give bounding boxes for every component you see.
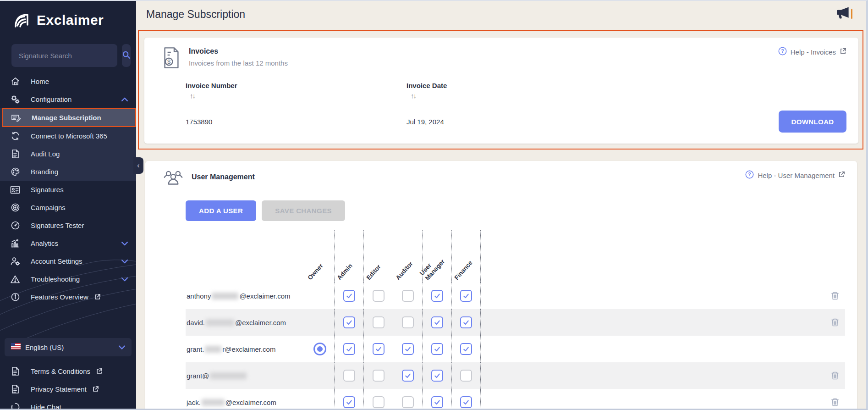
- owner-radio-selected[interactable]: [313, 343, 326, 355]
- add-user-button[interactable]: ADD A USER: [186, 200, 256, 221]
- trash-icon[interactable]: [830, 291, 840, 301]
- sidebar-item-configuration[interactable]: Configuration: [0, 90, 136, 108]
- document-icon: [10, 149, 20, 159]
- exclaimer-logo-icon: [13, 11, 31, 29]
- role-checkbox-unchecked[interactable]: [460, 370, 472, 382]
- sidebar: Exclaimer HomeConfigurationManage Subscr…: [0, 0, 136, 410]
- sidebar-item-audit-log[interactable]: Audit Log: [0, 145, 136, 163]
- help-user-management-link[interactable]: ? Help - User Management: [745, 170, 845, 181]
- role-cell: [363, 309, 393, 336]
- language-selector[interactable]: English (US): [5, 338, 132, 356]
- page-header: Manage Subscription: [136, 1, 866, 28]
- role-checkbox-checked[interactable]: [431, 343, 443, 355]
- delete-user-cell: [825, 309, 845, 336]
- role-checkbox-unchecked[interactable]: [402, 316, 414, 328]
- sidebar-item-branding[interactable]: Branding: [0, 163, 136, 181]
- role-checkbox-checked[interactable]: [431, 316, 443, 328]
- role-column-label: Finance: [453, 255, 478, 282]
- role-checkbox-checked[interactable]: [460, 290, 472, 302]
- chevron-down-icon: [121, 259, 128, 263]
- role-cell: [334, 283, 363, 309]
- external-link-icon: [838, 171, 845, 180]
- role-column-finance: Finance: [451, 230, 481, 283]
- invoice-column-header: Invoice Number↑↓: [186, 82, 407, 100]
- sidebar-item-signatures[interactable]: Signatures: [0, 181, 136, 199]
- role-checkbox-unchecked[interactable]: [373, 370, 385, 382]
- role-checkbox-unchecked[interactable]: [402, 290, 414, 302]
- role-cell: [305, 283, 334, 309]
- role-checkbox-checked[interactable]: [373, 343, 385, 355]
- save-changes-button[interactable]: SAVE CHANGES: [262, 200, 345, 221]
- sidebar-item-signatures-tester[interactable]: Signatures Tester: [0, 216, 136, 234]
- sidebar-item-troubleshooting[interactable]: Troubleshooting: [0, 270, 136, 288]
- role-checkbox-checked[interactable]: [402, 343, 414, 355]
- app-window: Exclaimer HomeConfigurationManage Subscr…: [0, 0, 868, 410]
- user-group-icon: [163, 169, 184, 190]
- warning-icon: [10, 274, 20, 284]
- user-row: jack.@exclaimer.com: [186, 389, 845, 410]
- trash-icon[interactable]: [830, 317, 840, 327]
- role-checkbox-checked[interactable]: [431, 396, 443, 408]
- role-checkbox-unchecked[interactable]: [402, 396, 414, 408]
- search-input[interactable]: [11, 44, 117, 67]
- role-checkbox-checked[interactable]: [431, 370, 443, 382]
- question-circle-icon: ?: [778, 47, 787, 57]
- role-checkbox-checked[interactable]: [343, 316, 355, 328]
- role-checkbox-unchecked[interactable]: [373, 396, 385, 408]
- role-checkbox-unchecked[interactable]: [373, 290, 385, 302]
- sort-icon[interactable]: ↑↓: [190, 92, 407, 100]
- sidebar-item-label: Configuration: [31, 95, 71, 103]
- sidebar-item-campaigns[interactable]: Campaigns: [0, 199, 136, 216]
- chart-icon: [10, 238, 20, 249]
- search-button[interactable]: [122, 44, 131, 67]
- help-invoices-link[interactable]: ? Help - Invoices: [778, 47, 846, 57]
- user-email: grant@: [186, 372, 305, 380]
- megaphone-icon[interactable]: [835, 6, 853, 22]
- role-checkbox-checked[interactable]: [343, 343, 355, 355]
- sidebar-item-label: Hide Chat: [31, 403, 61, 410]
- sidebar-collapse-handle[interactable]: ‹: [133, 157, 143, 174]
- configuration-submenu: Manage SubscriptionConnect to Microsoft …: [0, 108, 136, 181]
- sidebar-item-features-overview[interactable]: Features Overview: [0, 288, 136, 306]
- sidebar-item-analytics[interactable]: Analytics: [0, 234, 136, 252]
- sidebar-item-privacy-statement[interactable]: Privacy Statement: [0, 380, 136, 398]
- role-cell: [334, 309, 363, 336]
- role-columns-header: OwnerAdminEditorAuditorUser ManagerFinan…: [186, 230, 845, 283]
- sidebar-item-label: Connect to Microsoft 365: [31, 132, 107, 140]
- trash-icon[interactable]: [830, 371, 840, 381]
- role-checkbox-checked[interactable]: [460, 316, 472, 328]
- download-button[interactable]: DOWNLOAD: [779, 111, 846, 133]
- help-user-management-label: Help - User Management: [758, 172, 835, 179]
- invoices-table: Invoice Number↑↓Invoice Date↑↓ 1753890Ju…: [186, 82, 846, 133]
- external-link-icon: [92, 386, 99, 393]
- sort-icon[interactable]: ↑↓: [411, 92, 846, 100]
- redacted-text: [202, 399, 225, 406]
- role-checkbox-checked[interactable]: [343, 396, 355, 408]
- sidebar-item-hide-chat[interactable]: Hide Chat: [0, 398, 136, 410]
- role-cell: [451, 283, 481, 309]
- role-checkbox-checked[interactable]: [402, 370, 414, 382]
- invoices-card-header: $ Invoices Invoices from the last 12 mon…: [162, 46, 846, 71]
- role-cell: [305, 389, 334, 410]
- role-checkbox-unchecked[interactable]: [343, 370, 355, 382]
- sidebar-item-home[interactable]: Home: [0, 72, 136, 90]
- role-checkbox-unchecked[interactable]: [373, 316, 385, 328]
- role-checkbox-checked[interactable]: [460, 396, 472, 408]
- delete-user-cell: [825, 336, 845, 362]
- chevron-down-icon: [121, 277, 128, 281]
- sidebar-item-manage-subscription[interactable]: Manage Subscription: [2, 108, 136, 127]
- role-checkbox-checked[interactable]: [460, 343, 472, 355]
- sidebar-item-account-settings[interactable]: Account Settings: [0, 252, 136, 270]
- sidebar-item-connect-to-microsoft-365[interactable]: Connect to Microsoft 365: [0, 127, 136, 145]
- megaphone-accent: [851, 9, 852, 19]
- user-email: anthony@exclaimer.com: [186, 292, 305, 300]
- trash-icon[interactable]: [830, 397, 840, 407]
- document-icon: [10, 366, 20, 377]
- invoice-column-header: Invoice Date↑↓: [407, 82, 846, 100]
- sidebar-item-label: Signatures: [31, 186, 64, 194]
- role-checkbox-checked[interactable]: [431, 290, 443, 302]
- subscription-icon: [11, 113, 21, 123]
- sidebar-item-terms-and-conditions[interactable]: Terms & Conditions: [0, 362, 136, 380]
- invoice-date: Jul 19, 2024: [407, 118, 779, 126]
- role-checkbox-checked[interactable]: [343, 290, 355, 302]
